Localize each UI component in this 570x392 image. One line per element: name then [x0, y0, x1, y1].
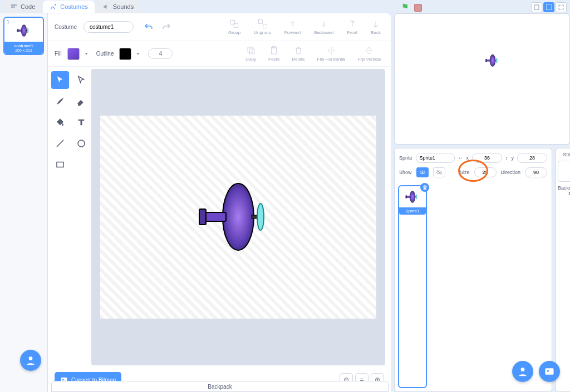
costume-name-label: Costume [55, 24, 77, 30]
tab-code-label: Code [21, 3, 35, 10]
svg-point-25 [29, 356, 33, 360]
delete-sprite-icon[interactable]: 🗑 [420, 183, 429, 192]
backdrops-label: Backdrops [558, 185, 570, 191]
svg-rect-6 [11, 6, 15, 7]
front-button[interactable]: Front [343, 18, 361, 36]
forward-button[interactable]: Forward [281, 18, 304, 36]
redo-button[interactable] [158, 21, 175, 33]
costume-thumb[interactable]: 1 costume1206 x 212 [3, 17, 44, 55]
sprite-name-label: Sprite [399, 155, 412, 161]
paint-editor: Costume Group Ungroup Forward Backward F… [48, 13, 391, 392]
back-button[interactable]: Back [367, 18, 384, 36]
svg-point-26 [521, 368, 525, 371]
reshape-tool[interactable] [72, 71, 90, 89]
costume-name-input[interactable] [83, 21, 134, 33]
show-label: Show [399, 170, 412, 175]
x-label: x [466, 155, 469, 161]
costume-thumb-dims: 206 x 212 [4, 48, 43, 52]
fill-dropdown-icon[interactable]: ▾ [85, 51, 91, 56]
backdrops-count: 1 [558, 191, 570, 196]
y-label: y [512, 155, 514, 161]
green-flag-icon[interactable] [401, 2, 411, 13]
undo-button[interactable] [140, 21, 157, 33]
stop-icon[interactable] [414, 4, 422, 12]
outline-label: Outline [96, 51, 114, 57]
fill-label: Fill [55, 51, 62, 57]
outline-swatch[interactable] [119, 48, 131, 60]
add-sprite-fab[interactable] [512, 361, 533, 382]
show-visible-button[interactable] [416, 167, 429, 177]
flip-horizontal-button[interactable]: Flip Horizontal [314, 44, 349, 63]
fullscreen-button[interactable] [556, 2, 567, 12]
stage-large-button[interactable] [543, 2, 554, 12]
svg-rect-12 [258, 20, 262, 24]
show-hidden-button[interactable] [433, 167, 445, 177]
tab-costumes[interactable]: Costumes [43, 1, 95, 13]
y-icon: ↕ [505, 155, 508, 161]
circle-tool[interactable] [72, 135, 90, 152]
svg-point-23 [422, 172, 423, 173]
copy-button[interactable]: Copy [242, 44, 259, 63]
costume-list: 1 costume1206 x 212 [0, 13, 48, 392]
tab-costumes-label: Costumes [60, 3, 88, 10]
stage-small-button[interactable] [531, 2, 542, 12]
rectangle-tool[interactable] [51, 156, 69, 173]
svg-point-7 [55, 4, 56, 5]
stage-panel[interactable]: Stage Backdrops 1 [556, 148, 570, 392]
svg-rect-27 [546, 368, 554, 375]
tab-sounds-label: Sounds [113, 3, 134, 10]
tab-code[interactable]: Code [3, 1, 42, 13]
delete-button[interactable]: Delete [288, 44, 308, 63]
backdrop-thumb[interactable] [558, 161, 570, 182]
svg-point-22 [420, 171, 425, 174]
svg-rect-8 [534, 5, 539, 9]
select-tool[interactable] [51, 71, 69, 89]
svg-point-18 [78, 140, 85, 147]
size-label: Size [460, 170, 470, 175]
y-input[interactable] [517, 153, 547, 163]
text-tool[interactable] [72, 113, 90, 131]
stage-preview[interactable] [394, 13, 570, 145]
x-input[interactable] [472, 153, 502, 163]
eraser-tool[interactable] [72, 92, 90, 110]
brush-tool[interactable] [51, 92, 69, 110]
outline-dropdown-icon[interactable]: ▾ [137, 51, 142, 56]
add-costume-fab[interactable] [20, 350, 41, 371]
add-backdrop-fab[interactable] [539, 361, 560, 382]
canvas[interactable] [91, 69, 385, 365]
direction-input[interactable] [525, 167, 547, 177]
sprite-card-label: Sprite1 [399, 207, 426, 215]
backward-button[interactable]: Backward [311, 18, 337, 36]
flip-vertical-button[interactable]: Flip Vertical [355, 44, 384, 63]
size-input[interactable] [474, 167, 497, 177]
xy-icon: ↔ [458, 155, 463, 161]
svg-rect-15 [249, 49, 254, 54]
svg-rect-13 [263, 24, 267, 28]
svg-rect-19 [57, 162, 63, 167]
costume-thumb-name: costume1 [14, 43, 33, 48]
ungroup-button[interactable]: Ungroup [250, 18, 274, 36]
direction-label: Direction [501, 170, 521, 175]
svg-rect-5 [11, 4, 17, 6]
paste-button[interactable]: Paste [265, 44, 283, 63]
sprite-info-panel: Sprite ↔ x ↕ y Show Size Direction [394, 148, 552, 392]
backpack-drawer[interactable]: Backpack [51, 381, 389, 392]
sprite-card[interactable]: 🗑 Sprite1 [398, 185, 427, 388]
fill-tool[interactable] [51, 113, 69, 131]
sprite-name-input[interactable] [416, 153, 455, 163]
fill-swatch[interactable] [67, 48, 80, 60]
svg-rect-14 [248, 47, 253, 52]
costume-index: 1 [7, 19, 9, 24]
svg-rect-9 [546, 4, 552, 10]
svg-point-28 [547, 370, 549, 372]
tool-palette [48, 67, 91, 368]
outline-thickness-input[interactable]: 4 [148, 48, 173, 59]
group-button[interactable]: Group [225, 18, 244, 36]
line-tool[interactable] [51, 135, 69, 152]
tab-sounds[interactable]: Sounds [96, 1, 140, 13]
sprite-list: 🗑 Sprite1 [395, 182, 552, 391]
stage-label: Stage [558, 152, 570, 157]
